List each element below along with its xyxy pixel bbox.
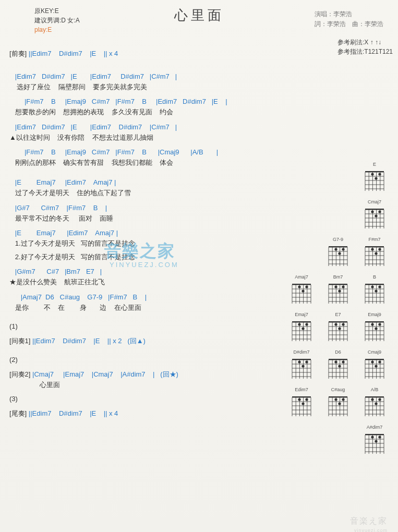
svg-point-44 xyxy=(342,248,344,250)
credits: 演唱：李荣浩 詞：李荣浩 曲：李荣浩 xyxy=(315,9,383,29)
chord-diagram: F#m7 xyxy=(360,237,389,268)
chord-diagram: B xyxy=(360,274,389,306)
diagram-label: G7-9 xyxy=(324,237,352,242)
svg-point-147 xyxy=(371,323,373,325)
diagram-label: Edim7 xyxy=(287,387,316,392)
svg-point-192 xyxy=(371,360,373,363)
diagram-row: Amaj7Bm7B xyxy=(279,274,389,306)
inter1-block: (1) [间奏1] ||Edim7 D#dim7 |E || x 2 (回▲) xyxy=(9,322,286,347)
lyric-line: 选好了座位 隔壁那间 要多完美就多完美 xyxy=(9,82,286,92)
singer-line: 演唱：李荣浩 xyxy=(315,9,383,19)
svg-point-57 xyxy=(371,248,373,250)
svg-point-102 xyxy=(371,285,373,288)
svg-point-252 xyxy=(371,436,373,438)
svg-point-28 xyxy=(375,214,377,217)
svg-point-179 xyxy=(342,360,344,363)
diagram-label: D#dim7 xyxy=(287,349,316,355)
svg-point-239 xyxy=(378,398,381,401)
chord-diagram: Cmaj9 xyxy=(360,349,389,381)
chord-line: |Amaj7 D6 C#aug G7-9 |F#m7 B | xyxy=(9,292,286,303)
intro-block: [前奏] ||Edim7 D#dim7 |E || x 4 xyxy=(9,48,286,59)
chord-diagram: Bm7 xyxy=(324,274,352,306)
svg-point-29 xyxy=(378,210,381,213)
intro-chords: ||Edim7 D#dim7 |E || x 4 xyxy=(27,50,118,57)
diagram-label: A#dim7 xyxy=(360,425,389,430)
svg-point-89 xyxy=(342,285,344,288)
verse-block: |Edim7 D#dim7 |E |Edim7 D#dim7 |C#m7 | 选… xyxy=(9,71,286,167)
writer-line: 詞：李荣浩 曲：李荣浩 xyxy=(315,19,383,29)
section-num: (1) xyxy=(9,322,286,331)
lyric-line: 2.好了今天才是明天 写的留言不是挂念 xyxy=(9,252,286,262)
svg-point-148 xyxy=(375,327,377,330)
header: 原KEY:E 建议男调:D 女:A play:E 心里面 演唱：李荣浩 詞：李荣… xyxy=(9,6,389,34)
svg-point-43 xyxy=(338,252,341,255)
diagram-label: E7 xyxy=(324,312,352,317)
chord-line: |G#7 C#m7 |F#m7 B | xyxy=(9,202,286,214)
svg-point-74 xyxy=(305,285,308,288)
diagram-label: Cmaj9 xyxy=(360,349,389,355)
svg-point-177 xyxy=(334,360,337,363)
chord-diagram: A#dim7 xyxy=(360,425,389,456)
chord-diagram: Amaj7 xyxy=(287,274,316,306)
diagram-row: E xyxy=(279,162,389,193)
diagram-row: Emaj7E7Emaj9 xyxy=(279,312,389,343)
inter1-chords: ||Edim7 D#dim7 |E || x 2 (回▲) xyxy=(30,337,145,345)
chord-content: [前奏] ||Edim7 D#dim7 |E || x 4 |Edim7 D#d… xyxy=(9,48,286,421)
svg-point-14 xyxy=(378,173,381,175)
svg-point-164 xyxy=(305,360,308,363)
lyric-line: 心里面 xyxy=(9,380,286,390)
diagram-label: D6 xyxy=(324,349,352,355)
svg-point-208 xyxy=(301,402,304,405)
diagram-row: G7-9F#m7 xyxy=(279,237,389,268)
chord-line: |F#m7 B |Emaj9 C#m7 |F#m7 B |Cmaj9 |A/B … xyxy=(9,147,286,158)
diagram-label: Bm7 xyxy=(324,274,352,280)
chord-diagram: Emaj7 xyxy=(287,312,316,343)
svg-point-254 xyxy=(378,436,381,438)
diagram-row: Cmaj7 xyxy=(279,199,389,231)
svg-point-119 xyxy=(305,323,308,325)
lyric-line: 过了今天才是明天 住的地点下起了雪 xyxy=(9,188,286,198)
intro-label: [前奏] xyxy=(9,50,27,57)
svg-point-238 xyxy=(375,402,377,405)
inter1-label: [间奏1] xyxy=(9,337,30,345)
lyric-line: ★是没什么赞美 航班正往北飞 xyxy=(9,277,286,287)
inter2-chords: |Cmaj7 |Emaj7 |Cmaj7 |A#dim7 | (回★) xyxy=(30,370,178,378)
svg-point-12 xyxy=(371,173,373,175)
lyric-line: 最平常不过的冬天 面对 面睡 xyxy=(9,214,286,223)
diagram-label: A/B xyxy=(360,387,389,392)
svg-point-223 xyxy=(338,402,341,405)
chord-diagram: G7-9 xyxy=(324,237,352,268)
svg-point-13 xyxy=(375,177,377,179)
chord-line: |Edim7 D#dim7 |E |Edim7 D#dim7 |C#m7 | xyxy=(9,122,286,133)
diagram-label: Cmaj7 xyxy=(360,199,389,204)
diagram-label: Emaj7 xyxy=(287,312,316,317)
outro-block: (3) [尾奏] ||Edim7 D#dim7 |E || x 4 xyxy=(9,394,286,419)
svg-point-88 xyxy=(338,289,341,292)
lyric-line: 刚刚点的那杯 确实有苦有甜 我想我们都能 体会 xyxy=(9,158,286,167)
section-num: (3) xyxy=(9,394,286,404)
svg-point-209 xyxy=(305,398,308,401)
svg-point-237 xyxy=(371,398,373,401)
chord-diagram: C#aug xyxy=(324,387,352,418)
chorus-block: |E Emaj7 |Edim7 Amaj7 | 过了今天才是明天 住的地点下起了… xyxy=(9,177,286,312)
section-num: (2) xyxy=(9,355,286,365)
svg-point-178 xyxy=(338,365,341,367)
svg-point-222 xyxy=(334,398,337,401)
svg-point-194 xyxy=(378,360,381,363)
svg-point-27 xyxy=(371,210,373,213)
diagram-row: D#dim7D6Cmaj9 xyxy=(279,349,389,381)
chord-diagram: A/B xyxy=(360,387,389,418)
chord-diagram: D6 xyxy=(324,349,352,381)
inter2-label: [间奏2] xyxy=(9,370,30,378)
svg-point-134 xyxy=(342,323,344,325)
lyric-line: 是你 不 在 身 边 在心里面 xyxy=(9,303,286,312)
chord-line: |E Emaj7 |Edim7 Amaj7 | xyxy=(9,227,286,239)
outro-label: [尾奏] xyxy=(9,409,27,417)
diagram-label: F#m7 xyxy=(360,237,389,242)
svg-point-118 xyxy=(301,327,304,330)
svg-point-59 xyxy=(378,248,381,250)
svg-point-163 xyxy=(301,365,304,367)
inter2-block: (2) [间奏2] |Cmaj7 |Emaj7 |Cmaj7 |A#dim7 |… xyxy=(9,355,286,390)
diagram-row: Edim7C#augA/B xyxy=(279,387,389,418)
chord-line: |F#m7 B |Emaj9 C#m7 |F#m7 B |Edim7 D#dim… xyxy=(9,96,286,107)
